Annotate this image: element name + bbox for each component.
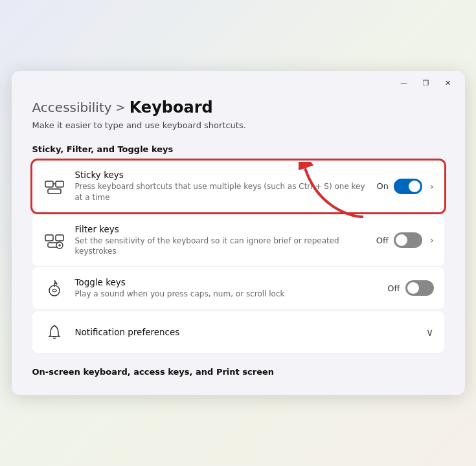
svg-rect-5 (45, 235, 53, 241)
filter-keys-text: Filter keys Set the sensitivity of the k… (75, 224, 367, 258)
page-title: Keyboard (130, 98, 213, 116)
notification-preferences-title: Notification preferences (75, 327, 417, 337)
titlebar: — ❐ ✕ (12, 71, 465, 91)
filter-keys-toggle[interactable] (394, 232, 422, 248)
toggle-keys-icon (43, 276, 66, 300)
section2-title: On-screen keyboard, access keys, and Pri… (32, 367, 444, 377)
filter-keys-item[interactable]: Filter keys Set the sensitivity of the k… (32, 215, 444, 267)
toggle-keys-toggle[interactable] (405, 280, 434, 296)
close-button[interactable]: ✕ (439, 76, 457, 91)
filter-keys-toggle-thumb (396, 234, 407, 246)
toggle-keys-item[interactable]: Toggle keys Play a sound when you press … (32, 267, 444, 309)
filter-keys-title: Filter keys (75, 224, 367, 234)
svg-rect-6 (56, 235, 63, 241)
sticky-keys-toggle[interactable] (394, 179, 422, 194)
svg-rect-2 (48, 189, 61, 194)
filter-keys-chevron: › (430, 235, 434, 245)
breadcrumb-separator: > (116, 100, 126, 114)
breadcrumb: Accessibility > Keyboard (32, 98, 444, 116)
filter-keys-status: Off (376, 236, 389, 245)
red-arrow (299, 162, 376, 220)
breadcrumb-parent[interactable]: Accessibility (32, 100, 112, 115)
minimize-button[interactable]: — (395, 76, 413, 91)
sticky-keys-item[interactable]: Sticky keys Press keyboard shortcuts tha… (32, 161, 444, 212)
maximize-button[interactable]: ❐ (417, 76, 435, 91)
toggle-keys-text: Toggle keys Play a sound when you press … (75, 277, 379, 300)
svg-rect-0 (45, 181, 53, 187)
sticky-keys-chevron: › (430, 181, 434, 192)
expand-icon: ∨ (426, 326, 434, 338)
sticky-keys-control: On › (376, 179, 433, 194)
svg-rect-1 (56, 181, 63, 187)
page-content: Accessibility > Keyboard Make it easier … (12, 91, 465, 395)
page-description: Make it easier to type and use keyboard … (32, 120, 444, 130)
toggle-keys-status: Off (387, 283, 400, 293)
section1-title: Sticky, Filter, and Toggle keys (32, 144, 444, 154)
toggle-keys-desc: Play a sound when you press caps, num, o… (75, 289, 379, 300)
settings-window: — ❐ ✕ Accessibility > Keyboard Make it e… (12, 71, 465, 395)
notification-icon (43, 320, 66, 344)
sticky-keys-icon (43, 175, 66, 198)
settings-list: Sticky keys Press keyboard shortcuts tha… (32, 161, 444, 309)
toggle-keys-title: Toggle keys (75, 277, 379, 287)
notification-preferences-item[interactable]: Notification preferences ∨ (32, 311, 444, 353)
svg-point-11 (49, 285, 60, 296)
sticky-keys-toggle-thumb (409, 181, 420, 192)
filter-keys-icon (43, 228, 66, 252)
toggle-keys-control: Off (387, 280, 433, 296)
filter-keys-desc: Set the sensitivity of the keyboard so i… (75, 236, 367, 258)
filter-keys-control: Off › (376, 232, 434, 248)
sticky-keys-status: On (376, 181, 388, 191)
toggle-keys-toggle-thumb (407, 282, 419, 294)
